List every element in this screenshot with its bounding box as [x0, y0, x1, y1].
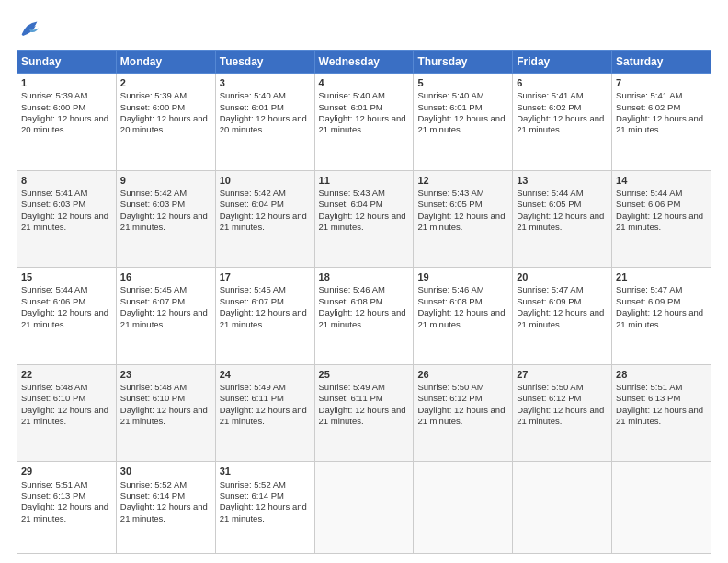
daylight-label: Daylight: 12 hours and 21 minutes.	[21, 405, 108, 426]
day-number: 3	[220, 76, 311, 89]
day-number: 21	[616, 270, 707, 283]
daylight-label: Daylight: 12 hours and 21 minutes.	[220, 405, 307, 426]
sunset-label: Sunset: 6:13 PM	[616, 393, 680, 403]
day-header-tuesday: Tuesday	[215, 51, 314, 74]
calendar-cell: 5Sunrise: 5:40 AMSunset: 6:01 PMDaylight…	[414, 74, 513, 171]
daylight-label: Daylight: 12 hours and 21 minutes.	[616, 405, 703, 426]
sunrise-label: Sunrise: 5:41 AM	[616, 90, 682, 100]
sunset-label: Sunset: 6:01 PM	[319, 102, 383, 112]
calendar-cell	[612, 462, 711, 554]
sunrise-label: Sunrise: 5:40 AM	[417, 90, 483, 100]
day-number: 28	[616, 368, 707, 381]
sunset-label: Sunset: 6:04 PM	[220, 199, 284, 209]
daylight-label: Daylight: 12 hours and 21 minutes.	[21, 211, 108, 232]
logo-icon	[17, 17, 42, 42]
sunrise-label: Sunrise: 5:50 AM	[417, 382, 483, 392]
day-number: 19	[417, 270, 508, 283]
sunrise-label: Sunrise: 5:47 AM	[616, 284, 682, 294]
sunrise-label: Sunrise: 5:45 AM	[120, 284, 187, 294]
day-header-friday: Friday	[513, 51, 612, 74]
sunset-label: Sunset: 6:10 PM	[21, 393, 85, 403]
calendar-cell	[513, 462, 612, 554]
daylight-label: Daylight: 12 hours and 21 minutes.	[319, 405, 406, 426]
day-number: 12	[417, 174, 508, 187]
sunset-label: Sunset: 6:04 PM	[319, 199, 383, 209]
sunrise-label: Sunrise: 5:52 AM	[220, 479, 286, 489]
day-number: 9	[120, 174, 211, 187]
daylight-label: Daylight: 12 hours and 21 minutes.	[517, 307, 604, 328]
day-number: 2	[120, 76, 211, 89]
daylight-label: Daylight: 12 hours and 21 minutes.	[319, 307, 406, 328]
day-number: 18	[319, 270, 410, 283]
logo	[17, 17, 46, 42]
calendar-cell: 7Sunrise: 5:41 AMSunset: 6:02 PMDaylight…	[612, 74, 711, 171]
day-number: 13	[517, 174, 608, 187]
week-row-4: 22Sunrise: 5:48 AMSunset: 6:10 PMDayligh…	[17, 364, 711, 462]
sunrise-label: Sunrise: 5:47 AM	[517, 284, 583, 294]
daylight-label: Daylight: 12 hours and 21 minutes.	[120, 501, 208, 523]
week-row-2: 8Sunrise: 5:41 AMSunset: 6:03 PMDaylight…	[17, 170, 711, 268]
calendar-header-row: SundayMondayTuesdayWednesdayThursdayFrid…	[17, 51, 711, 74]
calendar-cell: 31Sunrise: 5:52 AMSunset: 6:14 PMDayligh…	[215, 462, 314, 554]
sunset-label: Sunset: 6:08 PM	[417, 296, 482, 306]
sunset-label: Sunset: 6:02 PM	[517, 102, 581, 112]
sunset-label: Sunset: 6:00 PM	[21, 102, 85, 112]
day-number: 6	[517, 76, 608, 89]
day-number: 30	[120, 465, 211, 477]
calendar-cell: 16Sunrise: 5:45 AMSunset: 6:07 PMDayligh…	[116, 268, 215, 365]
day-number: 20	[517, 270, 608, 283]
daylight-label: Daylight: 12 hours and 21 minutes.	[517, 113, 604, 134]
calendar-cell	[414, 462, 513, 554]
daylight-label: Daylight: 12 hours and 21 minutes.	[417, 405, 505, 426]
daylight-label: Daylight: 12 hours and 21 minutes.	[616, 211, 703, 232]
sunset-label: Sunset: 6:14 PM	[120, 490, 185, 500]
sunrise-label: Sunrise: 5:42 AM	[120, 188, 187, 198]
day-number: 26	[417, 368, 508, 381]
sunset-label: Sunset: 6:14 PM	[220, 490, 284, 500]
sunset-label: Sunset: 6:01 PM	[417, 102, 482, 112]
sunrise-label: Sunrise: 5:39 AM	[120, 90, 187, 100]
sunrise-label: Sunrise: 5:44 AM	[21, 284, 87, 294]
week-row-3: 15Sunrise: 5:44 AMSunset: 6:06 PMDayligh…	[17, 268, 711, 365]
daylight-label: Daylight: 12 hours and 21 minutes.	[417, 113, 505, 134]
sunrise-label: Sunrise: 5:46 AM	[319, 284, 385, 294]
sunset-label: Sunset: 6:05 PM	[517, 199, 581, 209]
calendar-cell	[314, 462, 414, 554]
calendar-cell: 15Sunrise: 5:44 AMSunset: 6:06 PMDayligh…	[17, 268, 117, 365]
sunrise-label: Sunrise: 5:41 AM	[517, 90, 583, 100]
calendar-cell: 19Sunrise: 5:46 AMSunset: 6:08 PMDayligh…	[414, 268, 513, 365]
sunrise-label: Sunrise: 5:43 AM	[417, 188, 483, 198]
sunset-label: Sunset: 6:03 PM	[120, 199, 185, 209]
day-number: 8	[21, 174, 112, 187]
sunrise-label: Sunrise: 5:45 AM	[220, 284, 286, 294]
sunrise-label: Sunrise: 5:51 AM	[616, 382, 682, 392]
day-header-wednesday: Wednesday	[314, 51, 414, 74]
daylight-label: Daylight: 12 hours and 21 minutes.	[616, 307, 703, 328]
calendar-cell: 29Sunrise: 5:51 AMSunset: 6:13 PMDayligh…	[17, 462, 117, 554]
daylight-label: Daylight: 12 hours and 21 minutes.	[417, 211, 505, 232]
calendar-cell: 8Sunrise: 5:41 AMSunset: 6:03 PMDaylight…	[17, 170, 117, 268]
calendar-cell: 20Sunrise: 5:47 AMSunset: 6:09 PMDayligh…	[513, 268, 612, 365]
sunrise-label: Sunrise: 5:49 AM	[319, 382, 385, 392]
sunrise-label: Sunrise: 5:43 AM	[319, 188, 385, 198]
calendar-cell: 26Sunrise: 5:50 AMSunset: 6:12 PMDayligh…	[414, 364, 513, 462]
day-number: 10	[220, 174, 311, 187]
day-number: 15	[21, 270, 112, 283]
day-number: 27	[517, 368, 608, 381]
calendar-cell: 2Sunrise: 5:39 AMSunset: 6:00 PMDaylight…	[116, 74, 215, 171]
day-number: 25	[319, 368, 410, 381]
day-number: 7	[616, 76, 707, 89]
sunset-label: Sunset: 6:07 PM	[120, 296, 185, 306]
sunrise-label: Sunrise: 5:46 AM	[417, 284, 483, 294]
day-number: 24	[220, 368, 311, 381]
calendar-cell: 23Sunrise: 5:48 AMSunset: 6:10 PMDayligh…	[116, 364, 215, 462]
day-number: 16	[120, 270, 211, 283]
daylight-label: Daylight: 12 hours and 20 minutes.	[21, 113, 108, 134]
calendar-cell: 24Sunrise: 5:49 AMSunset: 6:11 PMDayligh…	[215, 364, 314, 462]
sunset-label: Sunset: 6:05 PM	[417, 199, 482, 209]
day-header-sunday: Sunday	[17, 51, 117, 74]
daylight-label: Daylight: 12 hours and 21 minutes.	[616, 113, 703, 134]
calendar-cell: 25Sunrise: 5:49 AMSunset: 6:11 PMDayligh…	[314, 364, 414, 462]
daylight-label: Daylight: 12 hours and 21 minutes.	[21, 307, 108, 328]
calendar-cell: 28Sunrise: 5:51 AMSunset: 6:13 PMDayligh…	[612, 364, 711, 462]
